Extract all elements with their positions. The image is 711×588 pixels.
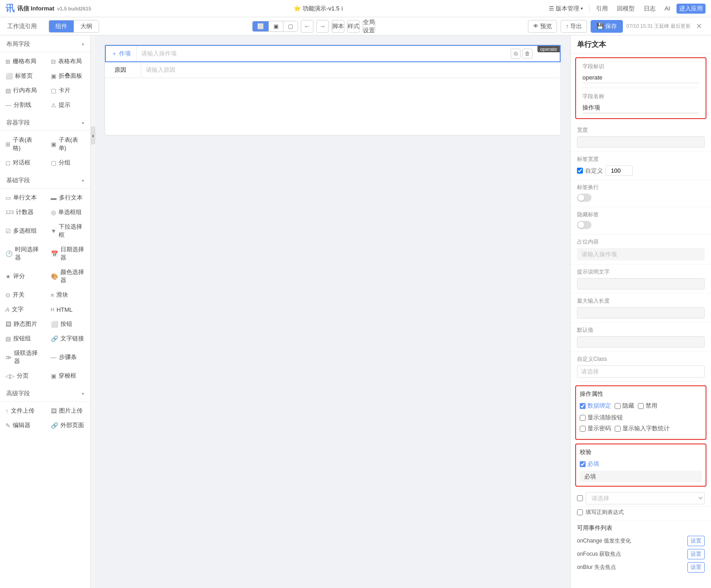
copy-field-btn[interactable]: ⧉ — [511, 49, 521, 59]
comp-multi-text[interactable]: ▬多行文本 — [45, 190, 91, 205]
nav-log[interactable]: 日志 — [641, 4, 658, 14]
export-button[interactable]: ↑ 导出 — [561, 20, 587, 33]
style-btn[interactable]: 样式 — [347, 20, 360, 33]
comp-subtable-form[interactable]: ▣子表(表单) — [45, 133, 91, 155]
comp-table-layout[interactable]: ⊟表格布局 — [45, 54, 91, 69]
comp-grid-layout[interactable]: ⊞栅格布局 — [0, 54, 45, 69]
comp-select[interactable]: ▼下拉选择框 — [45, 219, 91, 242]
comp-date-picker[interactable]: 📅日期选择器 — [45, 242, 91, 265]
op-show-clear[interactable]: 显示清除按钮 — [580, 414, 623, 422]
comp-file-upload[interactable]: ↑文件上传 — [0, 404, 45, 418]
comp-tabs[interactable]: ⬜标签页 — [0, 69, 45, 83]
nav-edition[interactable]: ☰ 版本管理 ▾ — [546, 4, 586, 14]
op-show-count-checkbox[interactable] — [615, 426, 621, 432]
section-basic-fields[interactable]: 基础字段 ▾ — [0, 172, 90, 189]
redo-btn[interactable]: → — [316, 20, 329, 33]
comp-rating[interactable]: ★评分 — [0, 265, 45, 288]
validate-required-checkbox[interactable] — [580, 461, 586, 467]
op-data-bind-checkbox[interactable] — [580, 403, 586, 409]
op-disabled[interactable]: 禁用 — [638, 402, 657, 410]
comp-html[interactable]: HHTML — [45, 302, 91, 317]
width-input[interactable] — [577, 136, 705, 148]
tab-outline[interactable]: 大纲 — [74, 20, 99, 32]
comp-cascade[interactable]: ≫级联选择器 — [0, 346, 45, 369]
event-onchange-btn[interactable]: 设置 — [687, 536, 705, 546]
op-hidden[interactable]: 隐藏 — [615, 402, 634, 410]
label-wrap-toggle[interactable] — [577, 194, 592, 202]
comp-steps[interactable]: —步骤条 — [45, 346, 91, 369]
field-input-reason[interactable]: 请输入原因 — [141, 62, 561, 78]
preview-button[interactable]: 👁 预览 — [528, 20, 557, 33]
op-show-count[interactable]: 显示输入字数统计 — [615, 424, 670, 433]
validate-required-input[interactable] — [580, 471, 702, 482]
comp-inline[interactable]: ▤行内布局 — [0, 83, 45, 98]
comp-pagination[interactable]: ◁▷分页 — [0, 369, 45, 383]
comp-collapse[interactable]: ▣折叠面板 — [45, 69, 91, 83]
comp-card[interactable]: ▢卡片 — [45, 83, 91, 98]
view-mobile[interactable]: ▢ — [283, 21, 298, 31]
comp-group[interactable]: ▢分组 — [45, 155, 91, 170]
add-field-btn[interactable]: ＋ 作项 — [106, 46, 137, 61]
comp-external-page[interactable]: 🔗外部页面 — [45, 418, 91, 433]
validate-regex-checkbox[interactable] — [577, 509, 583, 515]
comp-subtable-grid[interactable]: ⊞子表(表格) — [0, 133, 45, 155]
comp-color[interactable]: 🎨颜色选择器 — [45, 265, 91, 288]
nav-ai[interactable]: AI — [662, 4, 673, 13]
panel-collapse-btn[interactable]: ‹ — [91, 126, 95, 145]
event-onfocus-btn[interactable]: 设置 — [687, 549, 705, 559]
comp-single-text[interactable]: ▭单行文本 — [0, 190, 45, 205]
comp-button[interactable]: ⬜按钮 — [45, 317, 91, 331]
form-field-operate[interactable]: operate ＋ 作项 请输入操作项 ⧉ 🗑 — [105, 45, 561, 62]
validate-required-label[interactable]: 必填 — [580, 460, 702, 468]
close-button[interactable]: ✕ — [694, 21, 704, 31]
hide-label-toggle[interactable] — [577, 221, 592, 229]
comp-text[interactable]: A文字 — [0, 302, 45, 317]
tooltip-input[interactable] — [577, 278, 705, 289]
validate-extra-checkbox[interactable] — [577, 495, 583, 501]
placeholder-input[interactable] — [577, 248, 705, 260]
validate-type-select[interactable]: 请选择 — [586, 492, 705, 504]
nav-enter-app[interactable]: 进入应用 — [676, 4, 706, 14]
save-button[interactable]: 💾 保存 — [591, 20, 623, 33]
default-input[interactable] — [577, 336, 705, 348]
tab-components[interactable]: 组件 — [49, 20, 74, 32]
global-settings-btn[interactable]: 全局设置 — [363, 20, 375, 33]
comp-button-group[interactable]: ▤按钮组 — [0, 331, 45, 346]
comp-radio[interactable]: ◎单选框组 — [45, 205, 91, 219]
comp-alert[interactable]: ⚠提示 — [45, 98, 91, 112]
script-btn[interactable]: 脚本 — [332, 20, 344, 33]
comp-dialog[interactable]: ◻对话框 — [0, 155, 45, 170]
comp-time-picker[interactable]: 🕐时间选择器 — [0, 242, 45, 265]
comp-image-upload[interactable]: 🖼图片上传 — [45, 404, 91, 418]
view-tablet[interactable]: ▣ — [269, 21, 283, 31]
comp-text-link[interactable]: 🔗文字链接 — [45, 331, 91, 346]
max-length-input[interactable] — [577, 307, 705, 319]
field-name-input[interactable] — [582, 102, 699, 113]
view-desktop[interactable]: ⬜ — [253, 21, 269, 31]
nav-model[interactable]: 回模型 — [614, 4, 637, 14]
comp-transfer[interactable]: ▣穿梭框 — [45, 369, 91, 383]
undo-btn[interactable]: ← — [301, 20, 313, 33]
op-show-clear-checkbox[interactable] — [580, 415, 586, 421]
comp-checkbox[interactable]: ☑多选框组 — [0, 219, 45, 242]
op-show-pwd-checkbox[interactable] — [580, 426, 586, 432]
custom-class-select[interactable]: 请选择 — [577, 365, 705, 378]
custom-checkbox-label[interactable]: 自定义 — [577, 167, 603, 175]
delete-field-btn[interactable]: 🗑 — [522, 49, 532, 59]
comp-editor[interactable]: ✎编辑器 — [0, 418, 45, 433]
comp-divider[interactable]: —分割线 — [0, 98, 45, 112]
label-width-number[interactable] — [606, 165, 633, 176]
op-show-pwd[interactable]: 显示密码 — [580, 424, 611, 433]
comp-slider[interactable]: ≡滑块 — [45, 288, 91, 302]
section-layout-fields[interactable]: 布局字段 ▾ — [0, 35, 90, 52]
field-id-input[interactable] — [582, 72, 699, 83]
op-hidden-checkbox[interactable] — [615, 403, 621, 409]
comp-switch[interactable]: ⊙开关 — [0, 288, 45, 302]
op-disabled-checkbox[interactable] — [638, 403, 644, 409]
comp-static-image[interactable]: 🖼静态图片 — [0, 317, 45, 331]
section-container-fields[interactable]: 容器字段 ▾ — [0, 114, 90, 131]
form-field-reason[interactable]: * 原因 请输入原因 — [105, 62, 561, 78]
nav-reference[interactable]: 引用 — [593, 4, 611, 14]
op-data-bind[interactable]: 数据绑定 — [580, 402, 611, 410]
custom-checkbox[interactable] — [577, 168, 583, 174]
